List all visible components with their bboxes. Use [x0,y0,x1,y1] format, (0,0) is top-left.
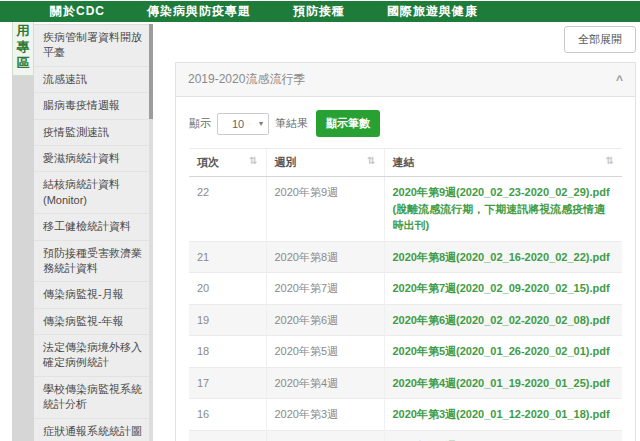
cell-week: 2020年第2週 [266,430,384,441]
sidebar-item-4[interactable]: 愛滋病統計資料 [34,146,149,172]
sidebar-item-5[interactable]: 結核病統計資料 (Monitor) [34,172,149,214]
sidebar-item-12[interactable]: 症狀通報系統統計圖表 [34,419,149,441]
expand-all-button[interactable]: 全部展開 [564,26,636,53]
cell-link: 2020年第4週(2020_01_19-2020_01_25).pdf [384,367,622,399]
accordion-body: 顯示 10 ▾ 筆結果 顯示筆數 項次 ⇅ [176,97,635,441]
sidebar-item-2[interactable]: 腸病毒疫情週報 [34,93,149,119]
accordion-title: 2019-2020流感流行季 [188,71,305,88]
cell-index: 18 [189,336,266,368]
sidebar-item-0[interactable]: 疾病管制署資料開放平臺 [34,25,149,67]
table-row: 192020年第6週2020年第6週(2020_02_02-2020_02_08… [189,304,622,336]
report-pdf-link[interactable]: 2020年第4週(2020_01_19-2020_01_25).pdf [393,377,610,389]
cell-link: 2020年第9週(2020_02_23-2020_02_29).pdf (脫離流… [384,177,622,242]
cell-link: 2020年第8週(2020_02_16-2020_02_22).pdf [384,241,622,273]
page-length-select[interactable]: 10 ▾ [217,113,269,135]
table-row: 152020年第2週2020年第2週(2020_01_05-2020_01_11… [189,430,622,441]
cell-index: 20 [189,273,266,305]
toolbar: 全部展開 [175,26,636,53]
season-accordion: 2019-2020流感流行季 ^ 顯示 10 ▾ 筆結果 顯示筆數 項次 [175,62,636,441]
sidebar-item-11[interactable]: 學校傳染病監視系統統計分析 [34,377,149,419]
results-label: 筆結果 [275,116,308,131]
cell-index: 19 [189,304,266,336]
report-pdf-link[interactable]: 2020年第3週(2020_01_12-2020_01_18).pdf [393,408,610,420]
nav-item-3[interactable]: 國際旅遊與健康 [387,3,478,20]
table-row: 182020年第5週2020年第5週(2020_01_26-2020_02_01… [189,336,622,368]
column-header-index[interactable]: 項次 ⇅ [189,149,266,177]
sidebar-item-10[interactable]: 法定傳染病境外移入確定病例統計 [34,335,149,377]
cell-index: 21 [189,241,266,273]
caret-down-icon: ▾ [259,119,263,128]
sidebar-tab-char: 用 [13,23,33,39]
cell-index: 16 [189,399,266,431]
table-row: 212020年第8週2020年第8週(2020_02_16-2020_02_22… [189,241,622,273]
sort-icon[interactable]: ⇅ [606,155,614,166]
table-header-row: 項次 ⇅ 週別 ⇅ 連結 ⇅ [189,149,622,177]
apply-length-button[interactable]: 顯示筆數 [316,110,380,137]
column-header-week[interactable]: 週別 ⇅ [266,149,384,177]
sidebar-item-3[interactable]: 疫情監測速訊 [34,120,149,146]
table-row: 162020年第3週2020年第3週(2020_01_12-2020_01_18… [189,399,622,431]
sidebar-menu: 疾病管制署資料開放平臺流感速訊腸病毒疫情週報疫情監測速訊愛滋病統計資料結核病統計… [34,24,149,441]
cell-index: 22 [189,177,266,242]
sidebar-tab-frequently-used[interactable]: 用專區 [12,22,34,76]
chevron-up-icon[interactable]: ^ [616,75,623,85]
cell-link: 2020年第3週(2020_01_12-2020_01_18).pdf [384,399,622,431]
report-pdf-link[interactable]: 2020年第6週(2020_02_02-2020_02_08).pdf [393,314,610,326]
cell-week: 2020年第6週 [266,304,384,336]
reports-table: 項次 ⇅ 週別 ⇅ 連結 ⇅ 222020年第9週2020年第9週(202 [189,148,622,441]
cell-week: 2020年第4週 [266,367,384,399]
column-header-label: 連結 [393,156,415,168]
sidebar-item-6[interactable]: 移工健檢統計資料 [34,214,149,240]
cell-link: 2020年第6週(2020_02_02-2020_02_08).pdf [384,304,622,336]
column-header-label: 項次 [197,156,219,168]
sidebar-item-7[interactable]: 預防接種受害救濟業務統計資料 [34,241,149,283]
table-row: 202020年第7週2020年第7週(2020_02_09-2020_02_15… [189,273,622,305]
main-content: 全部展開 2019-2020流感流行季 ^ 顯示 10 ▾ 筆結果 顯示筆數 [175,26,636,441]
sidebar-scrollbar[interactable] [149,24,153,441]
sidebar-item-8[interactable]: 傳染病監視-月報 [34,282,149,308]
top-nav-bar: 關於CDC傳染病與防疫專題預防接種國際旅遊與健康 [0,1,640,22]
cell-week: 2020年第9週 [266,177,384,242]
sort-icon[interactable]: ⇅ [249,155,257,166]
cell-link: 2020年第7週(2020_02_09-2020_02_15).pdf [384,273,622,305]
report-pdf-link[interactable]: 2020年第9週(2020_02_23-2020_02_29).pdf (脫離流… [393,186,610,231]
cell-link: 2020年第2週(2020_01_05-2020_01_11).pdf [384,430,622,441]
sidebar-scrollbar-thumb[interactable] [149,24,153,119]
accordion-header[interactable]: 2019-2020流感流行季 ^ [176,63,635,97]
sidebar-item-9[interactable]: 傳染病監視-年報 [34,309,149,335]
nav-item-1[interactable]: 傳染病與防疫專題 [147,3,251,20]
table-row: 172020年第4週2020年第4週(2020_01_19-2020_01_25… [189,367,622,399]
page-length-value: 10 [232,118,244,130]
cell-week: 2020年第5週 [266,336,384,368]
nav-item-0[interactable]: 關於CDC [50,3,105,20]
report-pdf-link[interactable]: 2020年第8週(2020_02_16-2020_02_22).pdf [393,251,610,263]
sidebar-tab-char: 專 [13,39,33,55]
side-rail: 用專區 [12,22,34,441]
cell-index: 15 [189,430,266,441]
sidebar-tab-char: 區 [13,55,33,71]
table-row: 222020年第9週2020年第9週(2020_02_23-2020_02_29… [189,177,622,242]
cell-index: 17 [189,367,266,399]
report-pdf-link[interactable]: 2020年第7週(2020_02_09-2020_02_15).pdf [393,282,610,294]
sort-icon[interactable]: ⇅ [367,155,375,166]
cell-week: 2020年第7週 [266,273,384,305]
nav-item-2[interactable]: 預防接種 [293,3,345,20]
column-header-link[interactable]: 連結 ⇅ [384,149,622,177]
page-length-control: 顯示 10 ▾ 筆結果 顯示筆數 [189,110,622,137]
sidebar-item-1[interactable]: 流感速訊 [34,67,149,93]
cell-week: 2020年第8週 [266,241,384,273]
cell-link: 2020年第5週(2020_01_26-2020_02_01).pdf [384,336,622,368]
column-header-label: 週別 [275,156,297,168]
report-pdf-link[interactable]: 2020年第5週(2020_01_26-2020_02_01).pdf [393,345,610,357]
show-label: 顯示 [189,116,211,131]
cell-week: 2020年第3週 [266,399,384,431]
